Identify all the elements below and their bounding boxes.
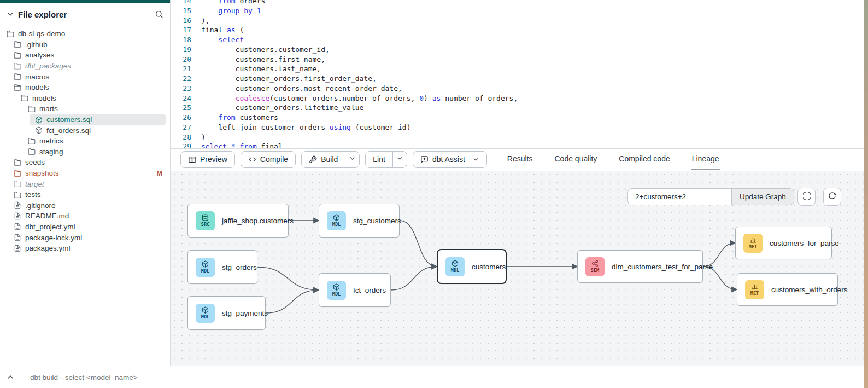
line-number: 21 [171, 64, 191, 74]
code-text: select * from final [191, 142, 283, 148]
file-tree-item-label: metrics [39, 137, 63, 145]
file-tree-item-tests[interactable]: tests [0, 189, 170, 200]
divider [20, 366, 20, 388]
file-tree-item-models[interactable]: models [0, 82, 170, 93]
file-tree-item-models[interactable]: models [0, 93, 170, 104]
update-graph-button[interactable]: Update Graph [731, 189, 794, 205]
line-number: 26 [171, 113, 191, 123]
file-tree-item-marts[interactable]: marts [0, 103, 170, 114]
tab-compiled-code[interactable]: Compiled code [618, 149, 671, 170]
lineage-controls: Update Graph [171, 188, 864, 206]
code-editor[interactable]: 14 from orders15 group by 116),17final a… [171, 0, 864, 148]
editor-toolbar: Preview Compile Build Lint dbt Assist [171, 148, 864, 170]
lineage-node-customers_for_parse[interactable]: METcustomers_for_parse [735, 227, 832, 259]
file-tree-item-label: marts [39, 105, 58, 113]
lint-button[interactable]: Lint [366, 152, 392, 167]
fullscreen-icon [802, 192, 811, 202]
code-line-18: 18 select [171, 35, 864, 45]
chevron-down-icon[interactable] [7, 10, 14, 18]
code-text: customer_orders.most_recent_order_date, [191, 84, 402, 94]
lineage-node-stg_orders[interactable]: MDLstg_orders [187, 250, 257, 284]
search-icon[interactable] [155, 10, 163, 19]
metric-chart-icon [749, 236, 756, 244]
file-tree-item-dbt-project-yml[interactable]: dbt_project.yml [0, 222, 170, 233]
lint-dropdown-button[interactable] [392, 152, 407, 167]
lineage-node-stg_customers[interactable]: MDLstg_customers [319, 204, 400, 238]
line-number: 14 [171, 0, 191, 6]
model-cube-icon [451, 260, 459, 267]
code-text: customer_orders.lifetime_value [191, 103, 363, 113]
file-explorer-header: File explorer [0, 7, 170, 22]
lineage-node-customers[interactable]: MDLcustomers [437, 249, 507, 284]
code-text: coalesce(customer_orders.number_of_order… [191, 94, 518, 103]
file-tree-item-label: customers.sql [46, 115, 92, 124]
lineage-node-customers_with_orders[interactable]: METcustomers_with_orders [737, 273, 838, 306]
badge-type-label: MDL [332, 222, 341, 227]
code-line-21: 21 customers.last_name, [171, 64, 864, 74]
tab-lineage[interactable]: Lineage [691, 149, 720, 170]
file-tree-item-packages-yml[interactable]: packages.yml [0, 243, 170, 254]
badge-type-label: SEM [591, 268, 599, 273]
desktop-edge [864, 0, 868, 388]
editor-scrollbar[interactable] [860, 0, 860, 148]
results-tab-bar: ResultsCode qualityCompiled codeLineage [506, 149, 720, 170]
file-explorer-sidebar: File explorer db-sl-qs-demo.githubanalys… [0, 0, 171, 366]
tab-code-quality[interactable]: Code quality [553, 149, 598, 170]
folder-icon [28, 148, 36, 155]
code-text: left join customer_orders using (custome… [191, 123, 411, 132]
build-button[interactable]: Build [302, 152, 345, 167]
mdl-badge: MDL [445, 257, 465, 276]
wrench-icon [309, 155, 317, 164]
dbt-assist-button[interactable]: dbt Assist [413, 151, 487, 168]
node-label: dim_customers_test_for_parse [612, 263, 713, 271]
lineage-panel[interactable]: SRCjaffle_shop.customersMDLstg_customers… [171, 171, 864, 366]
file-tree-item-package-lock-yml[interactable]: package-lock.yml [0, 232, 170, 243]
fullscreen-button[interactable] [797, 188, 816, 206]
file-tree-item--github[interactable]: .github [0, 39, 170, 50]
build-dropdown-button[interactable] [345, 152, 359, 167]
code-line-29: 29select * from final [171, 142, 864, 148]
lineage-node-fct_orders[interactable]: MDLfct_orders [319, 273, 391, 307]
file-tree-item-snapshots[interactable]: snapshotsM [0, 168, 170, 179]
file-tree-item-seeds[interactable]: seeds [0, 157, 170, 168]
toolbar-divider [495, 148, 495, 170]
folder-icon [14, 191, 21, 199]
file-tree-item-fct-orders-sql[interactable]: fct_orders.sql [0, 125, 170, 136]
lineage-node-jaffle_shop_customers[interactable]: SRCjaffle_shop.customers [187, 204, 289, 238]
file-tree-item-readme-md[interactable]: README.md [0, 211, 170, 222]
file-tree-item--gitignore[interactable]: .gitignore [0, 200, 170, 211]
file-tree-item-macros[interactable]: macros [0, 71, 170, 82]
code-line-26: 26 from customers [171, 113, 864, 123]
file-tree-item-metrics[interactable]: metrics [0, 136, 170, 147]
code-line-22: 22 customer_orders.first_order_date, [171, 74, 864, 84]
modified-badge: M [157, 170, 162, 177]
code-line-24: 24 coalesce(customer_orders.number_of_or… [171, 94, 864, 103]
preview-button[interactable]: Preview [180, 151, 235, 168]
folder-icon [14, 170, 21, 177]
lint-button-label: Lint [373, 155, 385, 164]
lineage-selector-input[interactable] [628, 189, 731, 205]
model-cube-icon [333, 283, 340, 291]
code-line-27: 27 left join customer_orders using (cust… [171, 123, 864, 132]
badge-type-label: MET [749, 244, 757, 250]
compile-button[interactable]: Compile [241, 151, 296, 168]
chevron-up-icon[interactable] [6, 373, 15, 381]
node-label: customers_for_parse [770, 239, 839, 247]
refresh-button[interactable] [823, 188, 841, 206]
file-tree-item-customers-sql[interactable]: customers.sql [30, 114, 166, 125]
file-icon [14, 245, 21, 252]
command-input[interactable] [30, 366, 303, 388]
lineage-node-dim_customers_test_for_parse[interactable]: SEMdim_customers_test_for_parse [577, 250, 703, 283]
lineage-node-stg_payments[interactable]: MDLstg_payments [187, 296, 266, 330]
file-tree-item-dbt-packages[interactable]: dbt_packages [0, 61, 170, 72]
tab-results[interactable]: Results [506, 149, 534, 170]
file-tree-item-staging[interactable]: staging [0, 147, 170, 158]
folder-icon [14, 40, 21, 48]
file-tree-item-db-sl-qs-demo[interactable]: db-sl-qs-demo [0, 28, 170, 39]
met-badge: MET [745, 280, 764, 299]
folder-icon [14, 51, 21, 59]
line-number: 19 [171, 45, 191, 55]
file-tree-item-target[interactable]: target [0, 178, 170, 189]
file-tree-item-analyses[interactable]: analyses [0, 50, 170, 61]
dbt-cloud-ide: File explorer db-sl-qs-demo.githubanalys… [0, 0, 868, 388]
